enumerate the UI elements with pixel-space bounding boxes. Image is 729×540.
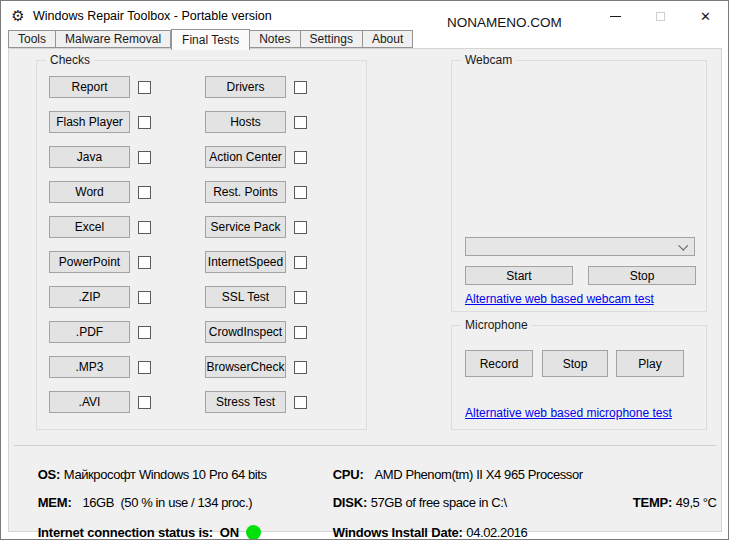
- avi-button[interactable]: .AVI: [49, 391, 130, 413]
- tab-final-tests[interactable]: Final Tests: [171, 29, 250, 50]
- flash-player-button[interactable]: Flash Player: [49, 111, 130, 133]
- java-checkbox[interactable]: [138, 151, 151, 164]
- word-checkbox[interactable]: [138, 186, 151, 199]
- checks-group-label: Checks: [46, 53, 94, 67]
- minimize-icon: [610, 16, 621, 17]
- close-button[interactable]: ✕: [683, 1, 728, 31]
- stress-test-button[interactable]: Stress Test: [205, 391, 286, 413]
- stress-test-checkbox[interactable]: [294, 396, 307, 409]
- checks-group: Checks Report Flash Player Java Word: [36, 60, 367, 430]
- powerpoint-checkbox[interactable]: [138, 256, 151, 269]
- hosts-button[interactable]: Hosts: [205, 111, 286, 133]
- maximize-icon: [656, 12, 665, 21]
- microphone-play-button[interactable]: Play: [616, 350, 684, 377]
- disk-value: 57GB of free space in C:\: [371, 495, 507, 510]
- webcam-stop-button[interactable]: Stop: [588, 266, 696, 285]
- internet-status: Internet connection status is: ON: [16, 510, 261, 540]
- browsercheck-button[interactable]: BrowserCheck: [205, 356, 286, 378]
- window-controls: ✕: [593, 1, 728, 31]
- report-button[interactable]: Report: [49, 76, 130, 98]
- internet-value: ON: [220, 525, 239, 540]
- minimize-button[interactable]: [593, 1, 638, 31]
- avi-checkbox[interactable]: [138, 396, 151, 409]
- check-row: .PDF: [49, 321, 151, 343]
- install-date-status: Windows Install Date: 04.02.2016: [311, 510, 527, 540]
- close-icon: ✕: [700, 10, 711, 23]
- check-row: CrowdInspect: [205, 321, 307, 343]
- tab-notes[interactable]: Notes: [250, 30, 300, 48]
- check-row: .ZIP: [49, 286, 151, 308]
- checks-left-column: Report Flash Player Java Word Excel: [49, 76, 151, 426]
- webcam-alt-test-link[interactable]: Alternative web based webcam test: [465, 292, 654, 306]
- check-row: Service Pack: [205, 216, 307, 238]
- status-divider: [14, 445, 716, 446]
- temp-label: TEMP:: [633, 495, 672, 510]
- tab-tools[interactable]: Tools: [8, 30, 56, 48]
- check-row: InternetSpeed: [205, 251, 307, 273]
- check-row: .MP3: [49, 356, 151, 378]
- mem-value: 16GB (50 % in use / 134 proc.): [82, 495, 252, 510]
- drivers-checkbox[interactable]: [294, 81, 307, 94]
- report-checkbox[interactable]: [138, 81, 151, 94]
- zip-checkbox[interactable]: [138, 291, 151, 304]
- check-row: Flash Player: [49, 111, 151, 133]
- checks-right-column: Drivers Hosts Action Center Rest. Points…: [205, 76, 307, 426]
- internet-speed-checkbox[interactable]: [294, 256, 307, 269]
- java-button[interactable]: Java: [49, 146, 130, 168]
- pdf-checkbox[interactable]: [138, 326, 151, 339]
- final-tests-page: Checks Report Flash Player Java Word: [8, 48, 722, 532]
- ssl-test-button[interactable]: SSL Test: [205, 286, 286, 308]
- service-pack-checkbox[interactable]: [294, 221, 307, 234]
- action-center-button[interactable]: Action Center: [205, 146, 286, 168]
- browsercheck-checkbox[interactable]: [294, 361, 307, 374]
- window-title: Windows Repair Toolbox - Portable versio…: [33, 9, 272, 23]
- internet-label: Internet connection status is:: [38, 525, 213, 540]
- install-date-label: Windows Install Date:: [333, 525, 463, 540]
- pdf-button[interactable]: .PDF: [49, 321, 130, 343]
- chevron-down-icon: [678, 241, 688, 251]
- tab-about[interactable]: About: [363, 30, 413, 48]
- mp3-checkbox[interactable]: [138, 361, 151, 374]
- title-bar: ⚙ Windows Repair Toolbox - Portable vers…: [1, 1, 728, 31]
- webcam-start-button[interactable]: Start: [465, 266, 573, 285]
- rest-points-button[interactable]: Rest. Points: [205, 181, 286, 203]
- check-row: BrowserCheck: [205, 356, 307, 378]
- check-row: Word: [49, 181, 151, 203]
- check-row: Java: [49, 146, 151, 168]
- internet-status-green-dot: [246, 525, 261, 540]
- check-row: Report: [49, 76, 151, 98]
- microphone-group-label: Microphone: [461, 318, 532, 332]
- drivers-button[interactable]: Drivers: [205, 76, 286, 98]
- excel-checkbox[interactable]: [138, 221, 151, 234]
- excel-button[interactable]: Excel: [49, 216, 130, 238]
- crowdinspect-checkbox[interactable]: [294, 326, 307, 339]
- internet-speed-button[interactable]: InternetSpeed: [205, 251, 286, 273]
- tab-strip: Tools Malware Removal Final Tests Notes …: [8, 30, 413, 48]
- ssl-test-checkbox[interactable]: [294, 291, 307, 304]
- action-center-checkbox[interactable]: [294, 151, 307, 164]
- flash-player-checkbox[interactable]: [138, 116, 151, 129]
- temp-status: TEMP: 49,5 °C: [611, 480, 716, 525]
- check-row: Stress Test: [205, 391, 307, 413]
- disk-label: DISK:: [333, 495, 367, 510]
- check-row: Action Center: [205, 146, 307, 168]
- microphone-stop-button[interactable]: Stop: [542, 350, 608, 377]
- temp-value: 49,5 °C: [676, 495, 717, 510]
- check-row: PowerPoint: [49, 251, 151, 273]
- tab-settings[interactable]: Settings: [301, 30, 363, 48]
- rest-points-checkbox[interactable]: [294, 186, 307, 199]
- service-pack-button[interactable]: Service Pack: [205, 216, 286, 238]
- tab-malware-removal[interactable]: Malware Removal: [56, 30, 171, 48]
- microphone-record-button[interactable]: Record: [465, 350, 533, 377]
- mp3-button[interactable]: .MP3: [49, 356, 130, 378]
- microphone-alt-test-link[interactable]: Alternative web based microphone test: [465, 406, 672, 420]
- powerpoint-button[interactable]: PowerPoint: [49, 251, 130, 273]
- mem-label: MEM:: [38, 495, 72, 510]
- word-button[interactable]: Word: [49, 181, 130, 203]
- crowdinspect-button[interactable]: CrowdInspect: [205, 321, 286, 343]
- gear-icon: ⚙: [9, 7, 27, 25]
- webcam-device-select[interactable]: [465, 237, 695, 256]
- zip-button[interactable]: .ZIP: [49, 286, 130, 308]
- check-row: Hosts: [205, 111, 307, 133]
- hosts-checkbox[interactable]: [294, 116, 307, 129]
